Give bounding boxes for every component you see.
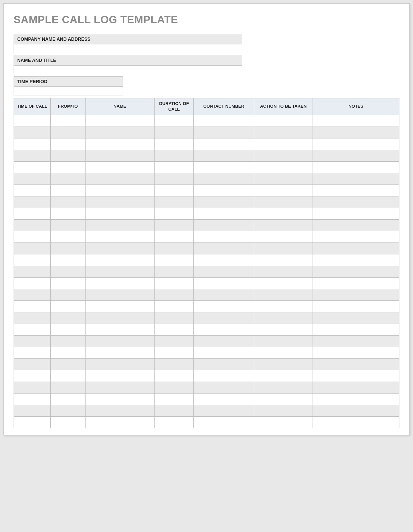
cell-contact_number[interactable]: [194, 127, 254, 138]
cell-contact_number[interactable]: [194, 254, 254, 266]
cell-duration[interactable]: [154, 324, 194, 335]
cell-action[interactable]: [254, 185, 313, 196]
cell-action[interactable]: [254, 208, 313, 219]
cell-from_to[interactable]: [51, 242, 86, 254]
cell-duration[interactable]: [154, 300, 194, 312]
cell-action[interactable]: [254, 161, 313, 173]
cell-notes[interactable]: [313, 219, 399, 231]
cell-action[interactable]: [254, 324, 313, 335]
cell-action[interactable]: [254, 358, 313, 370]
cell-notes[interactable]: [313, 312, 399, 324]
cell-time_of_call[interactable]: [14, 324, 51, 335]
cell-notes[interactable]: [313, 115, 399, 127]
cell-notes[interactable]: [313, 138, 399, 150]
cell-duration[interactable]: [154, 393, 194, 405]
cell-notes[interactable]: [313, 208, 399, 219]
cell-name[interactable]: [85, 312, 154, 324]
cell-notes[interactable]: [313, 416, 399, 428]
cell-duration[interactable]: [154, 231, 194, 242]
cell-name[interactable]: [85, 347, 154, 358]
cell-contact_number[interactable]: [194, 370, 254, 382]
cell-action[interactable]: [254, 382, 313, 393]
cell-contact_number[interactable]: [194, 161, 254, 173]
cell-duration[interactable]: [154, 150, 194, 161]
cell-name[interactable]: [85, 405, 154, 416]
cell-duration[interactable]: [154, 312, 194, 324]
cell-duration[interactable]: [154, 115, 194, 127]
cell-contact_number[interactable]: [194, 173, 254, 185]
cell-contact_number[interactable]: [194, 347, 254, 358]
cell-notes[interactable]: [313, 324, 399, 335]
cell-contact_number[interactable]: [194, 138, 254, 150]
cell-name[interactable]: [85, 277, 154, 289]
cell-name[interactable]: [85, 358, 154, 370]
name-title-value[interactable]: [14, 66, 242, 74]
cell-name[interactable]: [85, 324, 154, 335]
cell-contact_number[interactable]: [194, 266, 254, 277]
cell-notes[interactable]: [313, 231, 399, 242]
cell-duration[interactable]: [154, 358, 194, 370]
cell-time_of_call[interactable]: [14, 289, 51, 300]
cell-duration[interactable]: [154, 266, 194, 277]
cell-name[interactable]: [85, 254, 154, 266]
cell-notes[interactable]: [313, 300, 399, 312]
cell-notes[interactable]: [313, 358, 399, 370]
cell-name[interactable]: [85, 335, 154, 347]
cell-from_to[interactable]: [51, 277, 86, 289]
cell-notes[interactable]: [313, 347, 399, 358]
cell-name[interactable]: [85, 161, 154, 173]
cell-notes[interactable]: [313, 335, 399, 347]
cell-from_to[interactable]: [51, 196, 86, 208]
cell-contact_number[interactable]: [194, 196, 254, 208]
cell-contact_number[interactable]: [194, 335, 254, 347]
cell-contact_number[interactable]: [194, 231, 254, 242]
cell-time_of_call[interactable]: [14, 335, 51, 347]
cell-action[interactable]: [254, 115, 313, 127]
cell-notes[interactable]: [313, 185, 399, 196]
cell-from_to[interactable]: [51, 173, 86, 185]
cell-duration[interactable]: [154, 416, 194, 428]
cell-action[interactable]: [254, 312, 313, 324]
cell-duration[interactable]: [154, 405, 194, 416]
cell-contact_number[interactable]: [194, 358, 254, 370]
cell-from_to[interactable]: [51, 347, 86, 358]
cell-name[interactable]: [85, 115, 154, 127]
cell-from_to[interactable]: [51, 382, 86, 393]
cell-notes[interactable]: [313, 277, 399, 289]
cell-from_to[interactable]: [51, 219, 86, 231]
cell-time_of_call[interactable]: [14, 173, 51, 185]
cell-time_of_call[interactable]: [14, 196, 51, 208]
cell-from_to[interactable]: [51, 405, 86, 416]
company-value[interactable]: [14, 44, 242, 53]
cell-action[interactable]: [254, 138, 313, 150]
cell-duration[interactable]: [154, 196, 194, 208]
cell-from_to[interactable]: [51, 150, 86, 161]
cell-name[interactable]: [85, 370, 154, 382]
cell-action[interactable]: [254, 405, 313, 416]
cell-action[interactable]: [254, 196, 313, 208]
cell-name[interactable]: [85, 393, 154, 405]
cell-time_of_call[interactable]: [14, 370, 51, 382]
cell-from_to[interactable]: [51, 393, 86, 405]
cell-time_of_call[interactable]: [14, 150, 51, 161]
cell-action[interactable]: [254, 393, 313, 405]
cell-time_of_call[interactable]: [14, 312, 51, 324]
cell-duration[interactable]: [154, 277, 194, 289]
cell-contact_number[interactable]: [194, 416, 254, 428]
cell-time_of_call[interactable]: [14, 277, 51, 289]
cell-action[interactable]: [254, 219, 313, 231]
cell-duration[interactable]: [154, 347, 194, 358]
cell-time_of_call[interactable]: [14, 382, 51, 393]
cell-contact_number[interactable]: [194, 393, 254, 405]
cell-duration[interactable]: [154, 242, 194, 254]
cell-time_of_call[interactable]: [14, 115, 51, 127]
cell-name[interactable]: [85, 185, 154, 196]
cell-action[interactable]: [254, 150, 313, 161]
cell-from_to[interactable]: [51, 161, 86, 173]
cell-duration[interactable]: [154, 335, 194, 347]
cell-time_of_call[interactable]: [14, 219, 51, 231]
cell-from_to[interactable]: [51, 266, 86, 277]
cell-contact_number[interactable]: [194, 277, 254, 289]
cell-notes[interactable]: [313, 393, 399, 405]
cell-contact_number[interactable]: [194, 208, 254, 219]
